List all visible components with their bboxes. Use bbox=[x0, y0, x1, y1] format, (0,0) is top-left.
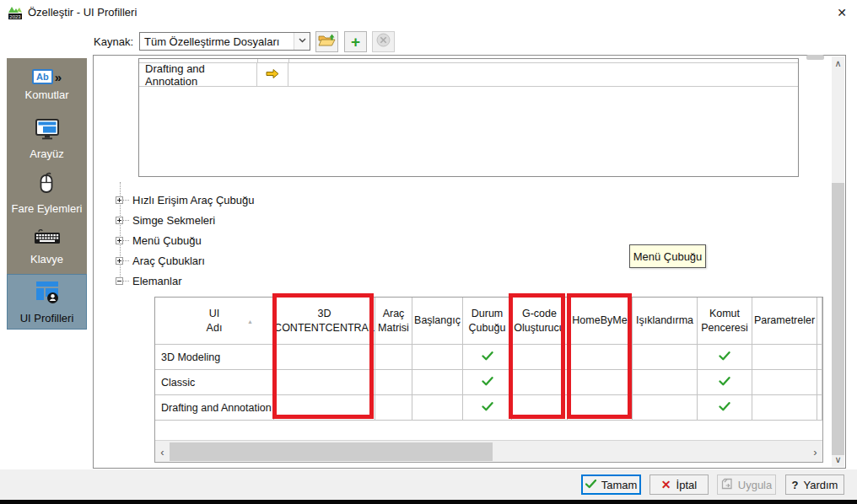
row-cell[interactable] bbox=[698, 345, 752, 369]
row-cell[interactable] bbox=[752, 395, 817, 420]
sidebar-item-label: Arayüz bbox=[30, 147, 63, 160]
check-icon bbox=[585, 479, 596, 491]
table-horizontal-scrollbar[interactable]: ‹ › bbox=[155, 440, 822, 462]
column-header-label: HomeByMe bbox=[572, 314, 627, 327]
row-cell[interactable] bbox=[698, 395, 752, 420]
help-button[interactable]: ? Yardım bbox=[785, 475, 844, 495]
apply-button: Uygula bbox=[717, 475, 776, 495]
column-header[interactable]: G-code Oluşturucu bbox=[512, 298, 568, 344]
column-header[interactable]: 3D CONTENTCENTRAL bbox=[274, 298, 375, 344]
row-name-cell[interactable]: Drafting and Annotation bbox=[155, 395, 274, 420]
row-name-cell[interactable]: 3D Modeling bbox=[155, 345, 274, 369]
column-header[interactable]: Başlangıç bbox=[412, 298, 463, 344]
header-filler bbox=[817, 298, 822, 344]
collapse-icon[interactable] bbox=[116, 277, 123, 285]
row-cell[interactable] bbox=[274, 345, 375, 369]
profile-name[interactable]: Drafting and Annotation bbox=[139, 63, 257, 86]
sidebar-item-label: Klavye bbox=[30, 253, 63, 265]
row-cell[interactable] bbox=[412, 395, 463, 420]
cancel-button[interactable]: ✕ İptal bbox=[649, 475, 709, 495]
interface-icon bbox=[35, 118, 60, 143]
table-row[interactable]: Drafting and Annotation bbox=[155, 395, 822, 421]
check-icon bbox=[482, 351, 493, 363]
profiles-list-row[interactable]: Drafting and Annotation bbox=[139, 62, 798, 87]
table-row[interactable]: 3D Modeling bbox=[155, 345, 822, 370]
row-cell[interactable] bbox=[633, 370, 698, 394]
row-cell[interactable] bbox=[412, 370, 463, 394]
scroll-left-icon[interactable]: ‹ bbox=[155, 441, 170, 463]
column-header-label: Parametreler bbox=[754, 314, 815, 327]
row-cell[interactable] bbox=[463, 395, 512, 420]
keyboard-icon bbox=[34, 228, 61, 249]
tree-item-label: Menü Çubuğu bbox=[132, 234, 202, 247]
close-icon[interactable]: ✕ bbox=[834, 5, 849, 20]
row-cell[interactable] bbox=[752, 370, 817, 394]
sidebar-item-fare-eylemleri[interactable]: Fare Eylemleri bbox=[7, 166, 87, 220]
row-cell[interactable] bbox=[568, 345, 633, 369]
row-cell[interactable] bbox=[752, 345, 817, 369]
chevron-down-icon[interactable] bbox=[294, 33, 310, 50]
row-cell[interactable] bbox=[375, 370, 412, 394]
column-header[interactable]: Komut Penceresi bbox=[698, 298, 752, 344]
row-cell[interactable] bbox=[568, 370, 633, 394]
open-file-button[interactable] bbox=[315, 31, 338, 52]
apply-button-label: Uygula bbox=[738, 479, 772, 491]
tree-item-h-zl-eri-im-ara-ubu-u[interactable]: Hızlı Erişim Araç Çubuğu bbox=[112, 191, 255, 208]
scrollbar-fragment[interactable] bbox=[806, 55, 824, 60]
row-cell[interactable] bbox=[633, 395, 698, 420]
expand-icon[interactable] bbox=[116, 237, 123, 244]
sidebar-item-ui-profilleri[interactable]: UI Profilleri bbox=[7, 274, 87, 330]
source-combobox[interactable]: Tüm Özelleştirme Dosyaları bbox=[139, 32, 310, 51]
column-header[interactable]: HomeByMe bbox=[568, 298, 633, 344]
row-cell[interactable] bbox=[512, 345, 568, 369]
row-cell[interactable] bbox=[568, 395, 633, 420]
row-cell[interactable] bbox=[698, 370, 752, 394]
column-header[interactable]: Araç Matrisi bbox=[375, 298, 412, 344]
profile-arrow-cell[interactable] bbox=[257, 63, 288, 86]
row-cell[interactable] bbox=[463, 370, 512, 394]
ok-button[interactable]: Tamam bbox=[581, 475, 641, 495]
tree-item-simge-sekmeleri[interactable]: Simge Sekmeleri bbox=[112, 212, 215, 228]
scroll-down-icon[interactable]: ∨ bbox=[832, 453, 844, 467]
tree-item-ara-ubuklar-[interactable]: Araç Çubukları bbox=[112, 252, 205, 269]
sidebar-item-komutlar[interactable]: Ab»Komutlar bbox=[7, 58, 87, 112]
row-cell[interactable] bbox=[512, 395, 568, 420]
expand-icon[interactable] bbox=[116, 257, 123, 265]
delete-profile-button bbox=[372, 31, 395, 52]
row-cell[interactable] bbox=[375, 395, 412, 420]
row-cell[interactable] bbox=[274, 395, 375, 420]
apply-icon bbox=[721, 478, 733, 492]
row-cell[interactable] bbox=[512, 370, 568, 394]
row-name-cell[interactable]: Classic bbox=[155, 370, 274, 394]
tree-item-elemanlar[interactable]: Elemanlar bbox=[112, 272, 182, 289]
vertical-scroll-thumb[interactable] bbox=[832, 183, 844, 455]
column-header[interactable]: Işıklandırma bbox=[633, 298, 698, 344]
column-header[interactable]: UI Adı▲ bbox=[155, 298, 274, 344]
source-combobox-value: Tüm Özelleştirme Dosyaları bbox=[144, 35, 279, 48]
tree-item-label: Simge Sekmeleri bbox=[132, 214, 215, 227]
tree-item-men-ubu-u[interactable]: Menü Çubuğu bbox=[112, 232, 202, 249]
row-cell[interactable] bbox=[274, 370, 375, 394]
scroll-right-icon[interactable]: › bbox=[808, 441, 822, 463]
new-profile-button[interactable]: + bbox=[344, 31, 367, 52]
column-header-label: Araç Matrisi bbox=[378, 307, 409, 335]
expand-icon[interactable] bbox=[116, 217, 123, 224]
customize-dialog: 2023 Özelleştir - UI Profilleri ✕ Kaynak… bbox=[0, 0, 857, 504]
column-header[interactable]: Durum Çubuğu bbox=[463, 298, 512, 344]
panel-vertical-scrollbar[interactable]: ∧ ∨ bbox=[832, 56, 844, 467]
column-header-label: Başlangıç bbox=[414, 314, 461, 327]
horizontal-scroll-thumb[interactable] bbox=[170, 442, 493, 461]
row-cell[interactable] bbox=[375, 345, 412, 369]
row-cell[interactable] bbox=[412, 345, 463, 369]
elements-table-body: 3D ModelingClassicDrafting and Annotatio… bbox=[155, 345, 822, 421]
sidebar-item-aray-z[interactable]: Arayüz bbox=[7, 112, 87, 166]
scroll-up-icon[interactable]: ∧ bbox=[832, 56, 844, 71]
row-cell[interactable] bbox=[463, 345, 512, 369]
expand-icon[interactable] bbox=[116, 196, 123, 204]
column-header[interactable]: Parametreler bbox=[752, 298, 817, 344]
cancel-button-label: İptal bbox=[676, 479, 698, 491]
delete-x-icon bbox=[376, 33, 391, 51]
table-row[interactable]: Classic bbox=[155, 370, 822, 395]
sidebar-item-klavye[interactable]: Klavye bbox=[7, 220, 87, 274]
row-cell[interactable] bbox=[633, 345, 698, 369]
